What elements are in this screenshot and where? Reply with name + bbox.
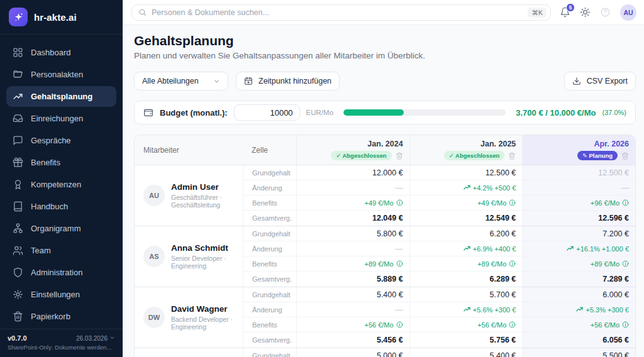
sidebar-item-papierkorb[interactable]: Papierkorb [6, 306, 116, 327]
sidebar-item-personalakten[interactable]: Personalakten [6, 64, 116, 85]
status-badge-planning: ✎ Planung [577, 151, 618, 161]
row-type-label: Gesamtverg. [243, 211, 296, 226]
sharepoint-note: SharePoint-Only: Dokumente werden... [8, 344, 115, 351]
sidebar-item-administration[interactable]: Administration [6, 262, 116, 283]
user-avatar[interactable]: AU [620, 4, 636, 21]
salary-cell: — [296, 241, 409, 256]
row-type-label: Grundgehalt [243, 226, 296, 241]
budget-progress-bar [343, 109, 506, 116]
employee-role: Senior Developer · Engineering [171, 255, 236, 270]
notifications-button[interactable]: 5 [560, 7, 570, 18]
search-icon [138, 8, 147, 16]
salary-cell: 5.400 € [296, 287, 409, 302]
sidebar-item-organigramm[interactable]: Organigramm [6, 218, 116, 239]
delete-period-icon[interactable] [508, 152, 516, 160]
trend-mini-icon [576, 306, 583, 313]
salary-cell: +49 €/Mo [296, 195, 409, 211]
salary-cell: 12.500 € [409, 165, 523, 180]
salary-cell: 5.500 € [522, 348, 635, 357]
employee-cell: AUAdmin UserGeschäftsführer · Geschäftsl… [135, 165, 243, 226]
search-shortcut-badge: ⌘K [528, 8, 547, 18]
salary-cell: +56 €/Mo [522, 317, 635, 332]
info-icon[interactable] [622, 321, 629, 328]
shield-icon [13, 267, 23, 278]
employee-role: Backend Developer · Engineering [171, 316, 236, 331]
users-icon [13, 245, 23, 256]
sidebar-item-dashboard[interactable]: Dashboard [6, 42, 116, 63]
build-date-toggle[interactable]: 26.03.2026 [76, 335, 115, 342]
salary-cell: +16.1% +1.000 € [522, 241, 635, 256]
budget-input[interactable] [234, 104, 300, 121]
info-icon[interactable] [396, 199, 403, 206]
salary-cell: +4.2% +500 € [409, 180, 523, 195]
info-icon[interactable] [396, 260, 403, 267]
salary-cell: +89 €/Mo [522, 256, 635, 272]
table-header: MitarbeiterZelleJan. 2024✓ Abgeschlossen… [135, 135, 635, 165]
info-icon[interactable] [509, 260, 516, 267]
employee-name: Anna Schmidt [171, 243, 236, 254]
sidebar-item-label: Benefits [31, 158, 60, 167]
info-icon[interactable] [509, 321, 516, 328]
sidebar-item-label: Einstellungen [31, 290, 80, 299]
salary-cell: 12.500 € [522, 165, 635, 180]
budget-progress-fill [343, 109, 404, 116]
salary-cell: 7.200 € [522, 226, 635, 241]
delete-period-icon[interactable] [621, 152, 629, 160]
page-content: Gehaltsplanung Planen und verwalten Sie … [123, 25, 644, 357]
inbox-icon [13, 113, 23, 124]
sidebar-item-kompetenzen[interactable]: Kompetenzen [6, 174, 116, 195]
gear-icon [13, 289, 23, 300]
chevron-down-icon [213, 78, 220, 85]
info-icon[interactable] [622, 260, 629, 267]
sidebar-item-label: Organigramm [31, 224, 80, 233]
chevron-down-icon [109, 335, 115, 342]
row-type-label: Änderung [243, 241, 296, 256]
main-area: ⌘K 5 AU Gehaltsplanung Planen und verwal… [123, 0, 644, 357]
add-timepoint-button[interactable]: Zeitpunkt hinzufügen [236, 72, 340, 91]
salary-cell: +49 €/Mo [409, 195, 523, 211]
sidebar-item-einreichungen[interactable]: Einreichungen [6, 108, 116, 129]
sidebar-item-gehaltsplanung[interactable]: Gehaltsplanung [6, 86, 116, 107]
row-type-label: Benefits [243, 256, 296, 272]
period-label: Apr. 2026 [594, 140, 629, 148]
search-input[interactable] [152, 8, 523, 17]
app-logo[interactable]: hr-akte.ai [0, 0, 123, 35]
trending-up-icon [13, 91, 23, 102]
sidebar-item-handbuch[interactable]: Handbuch [6, 196, 116, 217]
salary-cell: 5.400 € [409, 348, 523, 357]
sidebar-footer: v0.7.0 26.03.2026 SharePoint-Only: Dokum… [0, 329, 123, 357]
budget-percent-text: (37.0%) [602, 109, 626, 116]
trend-mini-icon [464, 306, 470, 313]
salary-cell: 5.456 € [296, 332, 409, 348]
salary-cell: 5.889 € [296, 272, 409, 287]
info-icon[interactable] [509, 199, 516, 206]
sparkles-logo-icon [9, 8, 28, 26]
salary-cell: 6.200 € [409, 226, 523, 241]
delete-period-icon[interactable] [396, 152, 403, 160]
row-type-label: Grundgehalt [243, 348, 296, 357]
sidebar-item-label: Personalakten [31, 70, 83, 79]
sidebar-item-einstellungen[interactable]: Einstellungen [6, 284, 116, 305]
sidebar-item-label: Einreichungen [31, 114, 83, 123]
row-type-label: Benefits [243, 195, 296, 211]
employee-role: Geschäftsführer · Geschäftsleitung [171, 194, 236, 209]
period-label: Jan. 2024 [367, 140, 402, 148]
salary-cell: 6.056 € [522, 332, 635, 348]
sidebar-item-benefits[interactable]: Benefits [6, 152, 116, 173]
info-icon[interactable] [622, 199, 629, 206]
sidebar-item-label: Dashboard [31, 48, 71, 57]
column-header-apr-2026: Apr. 2026✎ Planung [522, 135, 635, 165]
salary-cell: 5.700 € [409, 287, 523, 302]
row-type-label: Grundgehalt [243, 287, 296, 302]
sidebar-item-gespr-che[interactable]: Gespräche [6, 130, 116, 151]
info-icon[interactable] [396, 321, 403, 328]
csv-export-button[interactable]: CSV Export [564, 72, 636, 91]
global-search[interactable]: ⌘K [131, 4, 551, 21]
topbar-actions: 5 AU [560, 4, 636, 21]
help-button[interactable] [600, 7, 611, 18]
department-filter-select[interactable]: Alle Abteilungen [134, 72, 228, 91]
salary-cell: 6.000 € [522, 287, 635, 302]
theme-toggle-sun-icon[interactable] [580, 7, 591, 18]
sidebar-item-team[interactable]: Team [6, 240, 116, 261]
column-header-row-type: Zelle [243, 135, 296, 165]
